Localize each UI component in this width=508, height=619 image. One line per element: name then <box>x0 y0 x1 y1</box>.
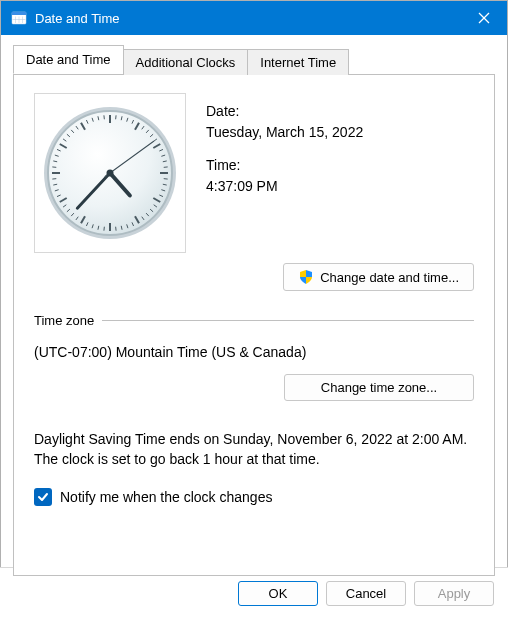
dst-info: Daylight Saving Time ends on Sunday, Nov… <box>34 429 474 470</box>
date-label: Date: <box>206 101 363 122</box>
time-label: Time: <box>206 155 363 176</box>
change-timezone-label: Change time zone... <box>321 380 437 395</box>
change-timezone-button[interactable]: Change time zone... <box>284 374 474 401</box>
time-value: 4:37:09 PM <box>206 176 363 197</box>
apply-button[interactable]: Apply <box>414 581 494 606</box>
timezone-current: (UTC-07:00) Mountain Time (US & Canada) <box>34 344 474 360</box>
window-title: Date and Time <box>35 11 461 26</box>
notify-label[interactable]: Notify me when the clock changes <box>60 489 272 505</box>
tab-additional-clocks[interactable]: Additional Clocks <box>123 49 249 75</box>
analog-clock <box>34 93 186 253</box>
date-value: Tuesday, March 15, 2022 <box>206 122 363 143</box>
timezone-section-header: Time zone <box>34 313 474 328</box>
notify-checkbox[interactable] <box>34 488 52 506</box>
tabstrip: Date and Time Additional Clocks Internet… <box>13 45 495 74</box>
change-date-time-label: Change date and time... <box>320 270 459 285</box>
app-icon <box>11 10 27 26</box>
svg-point-73 <box>107 170 114 177</box>
divider <box>102 320 474 321</box>
svg-rect-1 <box>12 12 26 15</box>
datetime-info: Date: Tuesday, March 15, 2022 Time: 4:37… <box>206 93 363 253</box>
cancel-button[interactable]: Cancel <box>326 581 406 606</box>
change-date-time-button[interactable]: Change date and time... <box>283 263 474 291</box>
tab-panel: Date: Tuesday, March 15, 2022 Time: 4:37… <box>13 74 495 576</box>
titlebar: Date and Time <box>1 1 507 35</box>
close-button[interactable] <box>461 1 507 35</box>
checkmark-icon <box>37 491 49 503</box>
tab-date-and-time[interactable]: Date and Time <box>13 45 124 74</box>
tab-internet-time[interactable]: Internet Time <box>247 49 349 75</box>
uac-shield-icon <box>298 269 314 285</box>
timezone-section-label: Time zone <box>34 313 94 328</box>
ok-button[interactable]: OK <box>238 581 318 606</box>
